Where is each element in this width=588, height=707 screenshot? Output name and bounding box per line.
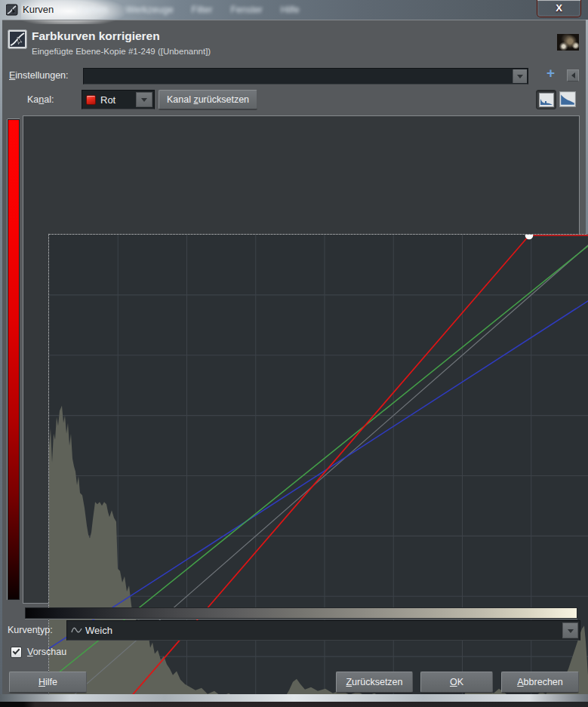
background-menu-item[interactable]: Farben bbox=[78, 5, 108, 15]
background-menubar: Farben Werkzeuge Filter Fenster Hilfe bbox=[78, 5, 300, 15]
curves-tool-icon bbox=[8, 29, 27, 49]
chevron-down-icon bbox=[141, 98, 147, 102]
background-menu-item[interactable]: Werkzeuge bbox=[126, 5, 174, 15]
settings-combo-input[interactable] bbox=[85, 69, 512, 83]
curve-type-selected-value: Weich bbox=[85, 625, 112, 636]
curves-app-icon bbox=[6, 4, 18, 16]
close-icon: X bbox=[556, 2, 562, 14]
plus-icon: + bbox=[546, 65, 555, 81]
background-menu-item[interactable]: Fenster bbox=[230, 5, 262, 15]
curves-dialog-window: Kurven Farben Werkzeuge Filter Fenster H… bbox=[0, 0, 588, 707]
cancel-button[interactable]: Abbrechen bbox=[501, 672, 579, 693]
triangle-left-icon bbox=[571, 72, 575, 78]
checkmark-icon bbox=[13, 647, 20, 655]
histogram-linear-toggle[interactable] bbox=[536, 90, 556, 109]
ok-button[interactable]: OK bbox=[420, 672, 493, 693]
window-border-left bbox=[0, 20, 2, 694]
help-button[interactable]: Hilfe bbox=[9, 672, 87, 693]
curve-type-dropdown-button[interactable] bbox=[562, 622, 578, 638]
dialog-subtitle: Eingefügte Ebene-Kopie #1-249 ([Unbenann… bbox=[32, 47, 211, 56]
background-menu-item[interactable]: Hilfe bbox=[281, 5, 300, 15]
histogram-linear-icon bbox=[539, 93, 554, 107]
channel-label: Kanal: bbox=[27, 94, 54, 105]
window-title: Kurven bbox=[23, 0, 54, 20]
channel-selected-value: Rot bbox=[100, 94, 115, 106]
red-channel-icon bbox=[86, 95, 96, 105]
chevron-down-icon bbox=[568, 629, 574, 633]
reset-button[interactable]: Zurücksetzen bbox=[336, 672, 413, 693]
channel-select[interactable]: Rot bbox=[82, 90, 155, 109]
titlebar[interactable]: Kurven Farben Werkzeuge Filter Fenster H… bbox=[0, 0, 588, 20]
dialog-title: Farbkurven korrigieren bbox=[32, 29, 160, 43]
curve-control-point bbox=[526, 235, 533, 239]
curve-type-label: Kurventyp: bbox=[8, 625, 53, 635]
squiggle-icon bbox=[71, 626, 83, 636]
close-button[interactable]: X bbox=[537, 0, 581, 17]
channel-gradient-bar-vertical bbox=[8, 119, 20, 600]
value-gradient-bar-horizontal bbox=[25, 607, 577, 619]
chevron-down-icon bbox=[517, 75, 523, 78]
curve-type-select[interactable]: Weich bbox=[66, 620, 580, 641]
channel-reset-button[interactable]: Kanal zurücksetzen bbox=[159, 90, 257, 109]
add-preset-button[interactable]: + bbox=[546, 65, 555, 81]
layer-thumbnail bbox=[557, 34, 579, 51]
histogram-logarithmic-toggle[interactable] bbox=[559, 91, 576, 107]
preview-label[interactable]: Vorschau bbox=[27, 647, 66, 657]
background-menu-item[interactable]: Filter bbox=[192, 5, 213, 15]
background-window-strip bbox=[0, 702, 588, 707]
presets-menu-button[interactable] bbox=[567, 69, 579, 81]
preview-checkbox[interactable] bbox=[11, 647, 22, 658]
channel-dropdown-button[interactable] bbox=[136, 92, 152, 107]
histogram-logarithmic-icon bbox=[559, 91, 576, 107]
settings-combobox[interactable] bbox=[83, 68, 528, 85]
curves-graph-frame bbox=[23, 115, 580, 604]
settings-dropdown-button[interactable] bbox=[513, 69, 527, 83]
settings-label: Einstellungen: bbox=[9, 70, 69, 81]
divider bbox=[0, 20, 588, 20]
window-bottom-bevel bbox=[0, 694, 588, 702]
